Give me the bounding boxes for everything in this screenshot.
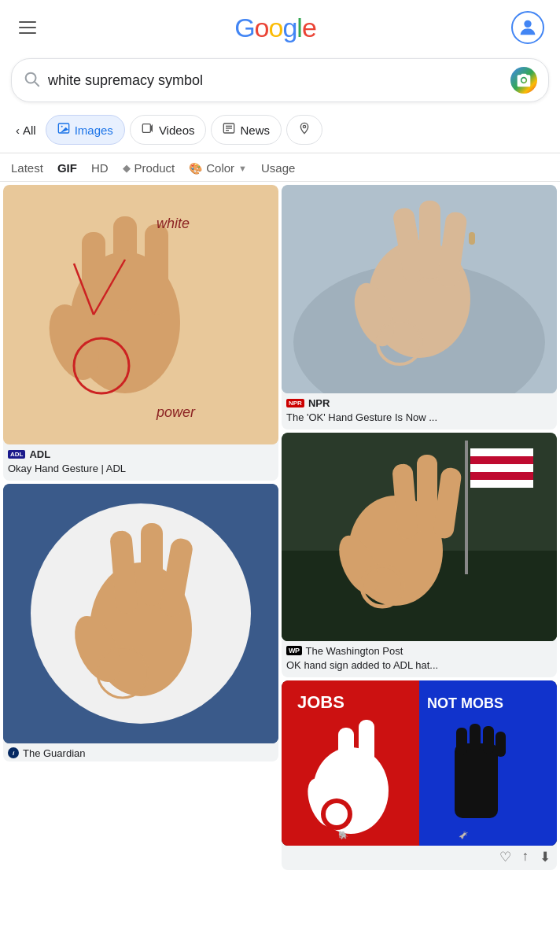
svg-rect-67	[456, 728, 467, 755]
color-label: Color	[206, 161, 234, 175]
svg-text:power: power	[156, 404, 196, 420]
grid-right-column: NPR NPR The 'OK' Hand Gesture Is Now ...	[282, 185, 557, 870]
google-logo: Google	[234, 13, 316, 43]
result-card-adl[interactable]: white power ADL ADL Okay Hand Gesture | …	[3, 185, 278, 481]
svg-text:NOT MOBS: NOT MOBS	[427, 695, 503, 711]
svg-rect-5	[142, 124, 150, 133]
search-bar[interactable]: white supremacy symbol	[11, 58, 549, 102]
npr-source-logo: NPR	[286, 399, 304, 407]
grid-left-column: white power ADL ADL Okay Hand Gesture | …	[3, 185, 278, 870]
result-card-wp[interactable]: WP The Washington Post OK hand sign adde…	[282, 433, 557, 677]
filter-product[interactable]: Product	[123, 161, 175, 175]
filter-gif[interactable]: GIF	[57, 161, 77, 175]
videos-tab-icon	[142, 122, 154, 138]
npr-card-title: The 'OK' Hand Gesture Is Now ...	[282, 411, 557, 430]
card-source-npr: NPR NPR	[282, 393, 557, 411]
gif-label: GIF	[57, 161, 77, 175]
svg-rect-70	[496, 732, 506, 757]
wp-card-title: OK hand sign added to ADL hat...	[282, 659, 557, 677]
svg-rect-69	[483, 726, 494, 754]
npr-source-name: NPR	[308, 397, 330, 409]
filter-color[interactable]: Color ▼	[189, 161, 247, 175]
search-query-text[interactable]: white supremacy symbol	[48, 72, 503, 89]
svg-rect-60	[338, 728, 354, 787]
wp-source-logo: WP	[286, 646, 302, 655]
guardian-source-logo: i	[8, 747, 19, 758]
usage-label: Usage	[261, 161, 295, 175]
share-icon[interactable]: ↑	[522, 849, 529, 865]
download-icon[interactable]: ⬇	[540, 849, 551, 865]
card-actions: ♡ ↑ ⬇	[282, 846, 557, 870]
wp-source-name: The Washington Post	[306, 645, 403, 657]
all-tab-label: All	[23, 124, 36, 137]
svg-rect-51	[417, 455, 437, 533]
tab-all[interactable]: ‹ All	[11, 117, 41, 143]
search-icon	[23, 70, 40, 91]
images-tab-icon	[57, 122, 70, 138]
filter-tabs: ‹ All Images Videos News	[0, 112, 560, 153]
header: Google	[0, 0, 560, 52]
svg-rect-45	[470, 464, 533, 472]
images-tab-label: Images	[75, 124, 113, 137]
svg-rect-46	[470, 472, 533, 480]
svg-line-2	[35, 82, 39, 86]
heart-icon[interactable]: ♡	[499, 849, 511, 865]
chevron-down-icon: ▼	[238, 164, 247, 173]
search-by-image-button[interactable]	[510, 67, 537, 94]
adl-source-name: ADL	[29, 448, 50, 460]
svg-point-0	[524, 20, 531, 28]
tab-maps[interactable]	[286, 115, 322, 145]
svg-text:🐘: 🐘	[338, 830, 348, 840]
tab-news[interactable]: News	[211, 115, 282, 145]
svg-point-64	[326, 803, 348, 825]
filter-usage[interactable]: Usage	[261, 161, 295, 175]
svg-text:JOBS: JOBS	[297, 692, 344, 712]
svg-rect-43	[470, 448, 533, 456]
result-card-guardian[interactable]: i The Guardian	[3, 484, 278, 761]
svg-rect-26	[141, 523, 163, 606]
tab-videos[interactable]: Videos	[130, 115, 207, 145]
guardian-source-name: The Guardian	[23, 747, 86, 759]
svg-rect-16	[145, 224, 168, 315]
hamburger-menu-button[interactable]	[16, 18, 39, 37]
svg-rect-35	[419, 201, 440, 279]
card-source-guardian: i The Guardian	[3, 743, 278, 761]
result-card-jobs-not-mobs[interactable]: JOBS NOT MOBS 🐘	[282, 680, 557, 870]
search-bar-container: white supremacy symbol	[0, 52, 560, 112]
card-source-adl: ADL ADL	[3, 444, 278, 463]
sub-filter-bar: Latest GIF HD Product Color ▼ Usage	[0, 153, 560, 182]
latest-label: Latest	[11, 161, 43, 175]
card-source-wp: WP The Washington Post	[282, 641, 557, 659]
svg-rect-68	[470, 724, 481, 751]
svg-rect-47	[470, 480, 533, 488]
adl-source-logo: ADL	[8, 450, 25, 459]
maps-tab-icon	[298, 122, 311, 138]
back-arrow-icon: ‹	[16, 124, 20, 137]
svg-rect-44	[470, 456, 533, 464]
tab-images[interactable]: Images	[46, 115, 125, 145]
svg-rect-15	[113, 216, 137, 311]
svg-rect-14	[82, 232, 105, 319]
svg-point-4	[61, 126, 62, 127]
result-card-npr[interactable]: NPR NPR The 'OK' Hand Gesture Is Now ...	[282, 185, 557, 430]
filter-hd[interactable]: HD	[91, 161, 109, 175]
videos-tab-label: Videos	[159, 124, 195, 137]
svg-text:🫏: 🫏	[459, 830, 469, 840]
svg-rect-61	[359, 720, 374, 783]
svg-point-11	[303, 125, 305, 127]
filter-latest[interactable]: Latest	[11, 161, 43, 175]
svg-rect-38	[469, 232, 475, 245]
news-tab-label: News	[240, 124, 270, 137]
user-avatar[interactable]	[511, 11, 544, 44]
adl-card-title: Okay Hand Gesture | ADL	[3, 463, 278, 481]
image-grid: white power ADL ADL Okay Hand Gesture | …	[0, 182, 560, 873]
svg-text:white: white	[157, 216, 190, 231]
product-label: Product	[134, 161, 175, 175]
news-tab-icon	[223, 122, 235, 138]
hd-label: HD	[91, 161, 109, 175]
